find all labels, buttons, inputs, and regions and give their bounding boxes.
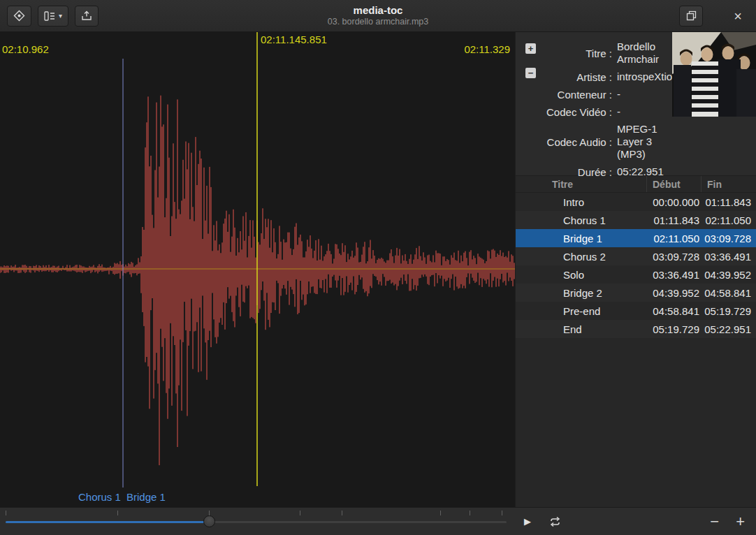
album-art bbox=[672, 32, 756, 117]
close-icon: × bbox=[734, 8, 742, 24]
chapter-title-cell: Pre-end bbox=[516, 305, 646, 317]
media-info-section: + − Titre : Bordello Armchair Artiste : … bbox=[516, 32, 756, 175]
playback-controls: ▶ − + bbox=[515, 508, 756, 535]
chapter-start-cell: 03:36.491 bbox=[646, 269, 701, 281]
chapter-end-cell: 01:11.843 bbox=[701, 196, 756, 208]
chapter-start-cell: 05:19.729 bbox=[646, 323, 701, 335]
header-right-buttons: × bbox=[679, 6, 756, 27]
pages-button[interactable] bbox=[679, 6, 703, 27]
zoom-out-button[interactable]: − bbox=[710, 514, 719, 529]
chapter-row[interactable]: Chorus 2 03:09.728 03:36.491 bbox=[516, 247, 756, 265]
header-left-buttons: ▾ bbox=[0, 6, 99, 27]
chapter-end-cell: 04:58.841 bbox=[701, 287, 756, 299]
info-value-duration: 05:22.951 bbox=[617, 166, 681, 178]
chapter-end-cell: 05:19.729 bbox=[701, 305, 756, 317]
display-mode-dropdown[interactable]: ▾ bbox=[38, 6, 68, 27]
info-label-audio-codec: Codec Audio : bbox=[541, 136, 612, 148]
window-title: media-toc bbox=[0, 4, 756, 16]
chapter-label-chorus1: Chorus 1 bbox=[78, 491, 121, 503]
info-value-audio-codec: MPEG-1 Layer 3 (MP3) bbox=[617, 123, 681, 161]
chapter-start-cell: 01:11.843 bbox=[646, 214, 701, 226]
chapter-title-cell: Bridge 2 bbox=[516, 287, 646, 299]
window-title-block: media-toc 03. bordello armchair.mp3 bbox=[0, 4, 756, 27]
seek-slider[interactable] bbox=[0, 508, 515, 535]
chapter-title-cell: Chorus 2 bbox=[516, 251, 646, 263]
chapter-title-cell: Chorus 1 bbox=[516, 214, 646, 226]
chapter-title-cell: Intro bbox=[516, 196, 646, 208]
chapter-end-cell: 03:36.491 bbox=[701, 251, 756, 263]
seek-handle[interactable] bbox=[203, 515, 215, 527]
copy-icon bbox=[686, 10, 697, 21]
chapter-mark bbox=[117, 511, 118, 515]
window-start-time: 02:10.962 bbox=[2, 43, 49, 55]
column-header-fin[interactable]: Fin bbox=[701, 176, 756, 192]
export-button[interactable] bbox=[75, 6, 99, 27]
main-area: 02:10.962 02:11.145.851 02:11.329 Chorus… bbox=[0, 32, 756, 507]
chapter-row[interactable]: Solo 03:36.491 04:39.952 bbox=[516, 265, 756, 284]
chapter-end-cell: 03:09.728 bbox=[701, 233, 756, 244]
info-label-artist: Artiste : bbox=[541, 71, 612, 83]
chapter-row[interactable]: Bridge 1 02:11.050 03:09.728 bbox=[516, 229, 756, 247]
window-subtitle: 03. bordello armchair.mp3 bbox=[0, 17, 756, 27]
chapter-mark bbox=[470, 511, 470, 515]
chapter-title-cell: Bridge 1 bbox=[516, 233, 646, 244]
media-icon bbox=[13, 10, 25, 22]
chapter-mark bbox=[440, 511, 441, 515]
seek-fill bbox=[6, 521, 209, 523]
chapter-label-bridge1: Bridge 1 bbox=[126, 491, 166, 503]
chapter-row[interactable]: Pre-end 04:58.841 05:19.729 bbox=[516, 302, 756, 320]
column-header-titre[interactable]: Titre bbox=[516, 176, 646, 192]
repeat-icon bbox=[548, 517, 562, 527]
waveform[interactable] bbox=[0, 32, 515, 507]
chapter-mark bbox=[209, 511, 210, 515]
chapter-mark bbox=[300, 511, 300, 515]
info-label-duration: Durée : bbox=[541, 166, 612, 178]
open-media-button[interactable] bbox=[7, 6, 31, 27]
waveform-area[interactable]: 02:10.962 02:11.145.851 02:11.329 Chorus… bbox=[0, 32, 515, 507]
info-label-container: Conteneur : bbox=[541, 89, 612, 101]
play-icon: ▶ bbox=[524, 516, 531, 527]
info-label-video-codec: Codec Vidéo : bbox=[541, 106, 612, 118]
add-chapter-button[interactable]: + bbox=[525, 43, 536, 54]
export-icon bbox=[81, 10, 92, 21]
repeat-button[interactable] bbox=[548, 517, 562, 527]
chapter-start-cell: 02:11.050 bbox=[646, 233, 701, 244]
bottom-bar: ▶ − + bbox=[0, 507, 756, 535]
play-button[interactable]: ▶ bbox=[524, 516, 531, 527]
chapter-row[interactable]: End 05:19.729 05:22.951 bbox=[516, 320, 756, 338]
chapter-start-cell: 04:39.952 bbox=[646, 287, 701, 299]
chapter-start-cell: 00:00.000 bbox=[646, 196, 701, 208]
close-button[interactable]: × bbox=[728, 9, 748, 23]
zoom-in-button[interactable]: + bbox=[736, 514, 745, 529]
chapter-end-cell: 05:22.951 bbox=[701, 323, 756, 335]
chevron-down-icon: ▾ bbox=[59, 13, 62, 20]
chapter-start-cell: 03:09.728 bbox=[646, 251, 701, 263]
chapter-mark bbox=[342, 511, 342, 515]
cursor-time: 02:11.145.851 bbox=[261, 34, 327, 45]
column-header-debut[interactable]: Début bbox=[646, 176, 701, 192]
chapter-mark bbox=[6, 511, 6, 515]
chapter-end-cell: 04:39.952 bbox=[701, 269, 756, 281]
header-bar: ▾ media-toc 03. bordello armchair.mp3 × bbox=[0, 0, 756, 32]
info-label-title: Titre : bbox=[541, 47, 612, 59]
chapter-end-cell: 02:11.050 bbox=[701, 214, 756, 226]
info-panel: + − Titre : Bordello Armchair Artiste : … bbox=[515, 32, 756, 507]
chapter-row[interactable]: Bridge 2 04:39.952 04:58.841 bbox=[516, 284, 756, 302]
chapter-title-cell: End bbox=[516, 323, 646, 335]
chapter-title-cell: Solo bbox=[516, 269, 646, 281]
window-end-time: 02:11.329 bbox=[464, 43, 510, 55]
chapter-table-body: Intro 00:00.000 01:11.843 Chorus 1 01:11… bbox=[516, 193, 756, 507]
chapters-icon bbox=[44, 11, 55, 21]
chapter-start-cell: 04:58.841 bbox=[646, 305, 701, 317]
remove-chapter-button[interactable]: − bbox=[525, 68, 536, 78]
chapter-row[interactable]: Intro 00:00.000 01:11.843 bbox=[516, 193, 756, 211]
chapter-row[interactable]: Chorus 1 01:11.843 02:11.050 bbox=[516, 211, 756, 229]
chapter-mark bbox=[502, 511, 502, 515]
